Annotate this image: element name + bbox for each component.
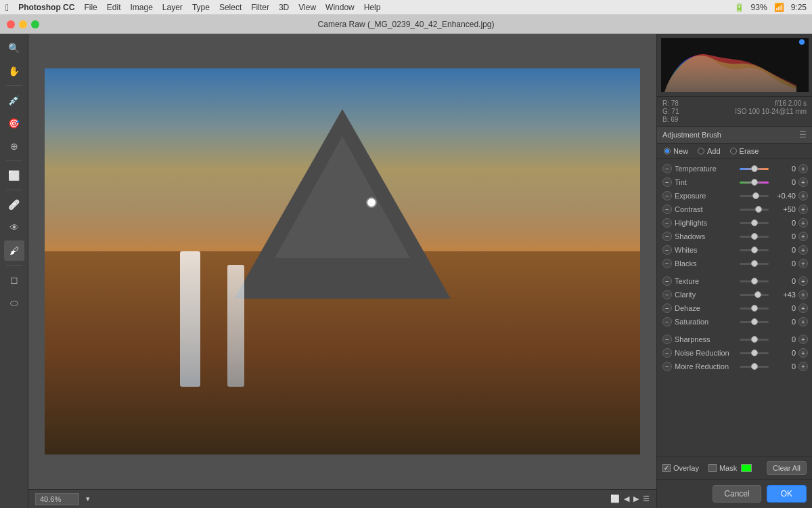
slider-minus-clarity[interactable]: − [662,290,672,299]
minimize-button[interactable] [19,20,27,28]
graduated-filter-tool[interactable]: ◻ [4,270,24,290]
slider-thumb-14[interactable] [751,363,758,370]
slider-plus-tint[interactable]: + [798,177,808,187]
slider-thumb-4[interactable] [751,219,758,226]
crop-tool[interactable]: ⬜ [4,165,24,186]
slider-track-container-14[interactable] [740,362,769,371]
color-sampler-tool[interactable]: 🎯 [4,113,24,133]
slider-thumb-12[interactable] [751,336,758,343]
slider-thumb-9[interactable] [754,291,761,298]
slider-plus-highlights[interactable]: + [798,218,808,228]
zoom-input[interactable] [35,493,79,505]
mask-checkbox[interactable] [708,464,717,472]
settings-icon[interactable]: ☰ [643,494,650,503]
slider-minus-shadows[interactable]: − [662,232,672,241]
clear-all-button[interactable]: Clear All [767,461,807,475]
slider-thumb-11[interactable] [751,318,758,325]
target-adj-tool[interactable]: ⊕ [4,136,24,156]
canvas-container[interactable] [28,34,656,489]
slider-plus-exposure[interactable]: + [798,191,808,200]
slider-track-container-8[interactable] [740,276,769,286]
slider-plus-sharpness[interactable]: + [798,335,808,344]
slider-minus-saturation[interactable]: − [662,317,672,326]
close-button[interactable] [7,20,15,28]
menu-3d[interactable]: 3D [279,3,289,12]
mask-checkbox-label[interactable]: Mask [708,464,737,472]
radio-new[interactable]: New [664,147,688,155]
slider-plus-dehaze[interactable]: + [798,303,808,313]
slider-minus-tint[interactable]: − [662,177,672,187]
menu-select[interactable]: Select [219,3,242,12]
slider-thumb-10[interactable] [751,305,758,312]
menu-help[interactable]: Help [364,3,381,12]
slider-minus-texture[interactable]: − [662,276,672,286]
menu-file[interactable]: File [84,3,97,12]
radial-filter-tool[interactable]: ⬭ [4,293,24,313]
menu-type[interactable]: Type [192,3,210,12]
radio-erase[interactable]: Erase [730,147,759,155]
slider-plus-clarity[interactable]: + [798,290,808,299]
slider-track-container-4[interactable] [740,218,769,228]
slider-track-container-2[interactable] [740,191,769,200]
heal-tool[interactable]: 🩹 [4,194,24,215]
slider-minus-exposure[interactable]: − [662,191,672,200]
adjustment-brush-tool[interactable]: 🖌 [4,240,24,261]
slider-minus-dehaze[interactable]: − [662,303,672,313]
slider-track-container-10[interactable] [740,303,769,313]
slider-minus-whites[interactable]: − [662,245,672,255]
overlay-checkbox-label[interactable]: Overlay [662,464,699,472]
slider-minus-sharpness[interactable]: − [662,335,672,344]
red-eye-tool[interactable]: 👁 [4,217,24,238]
menu-window[interactable]: Window [325,3,355,12]
next-icon[interactable]: ▶ [633,494,639,503]
slider-thumb-1[interactable] [751,179,758,186]
frame-icon[interactable]: ⬜ [610,494,620,503]
slider-thumb-0[interactable] [751,165,758,172]
slider-plus-contrast[interactable]: + [798,205,808,214]
slider-plus-saturation[interactable]: + [798,317,808,326]
slider-track-container-1[interactable] [740,177,769,187]
slider-track-container-5[interactable] [740,232,769,241]
slider-plus-whites[interactable]: + [798,245,808,255]
slider-plus-texture[interactable]: + [798,276,808,286]
slider-plus-moire-reduction[interactable]: + [798,362,808,371]
panel-menu-icon[interactable]: ☰ [799,130,807,140]
slider-track-container-7[interactable] [740,259,769,268]
slider-minus-highlights[interactable]: − [662,218,672,228]
slider-plus-shadows[interactable]: + [798,232,808,241]
slider-track-container-13[interactable] [740,348,769,358]
slider-track-container-11[interactable] [740,317,769,326]
slider-plus-temperature[interactable]: + [798,164,808,173]
slider-thumb-13[interactable] [751,350,758,356]
ok-button[interactable]: OK [767,485,807,503]
menu-view[interactable]: View [298,3,316,12]
hand-tool[interactable]: ✋ [4,61,24,81]
radio-add[interactable]: Add [698,147,721,155]
slider-minus-blacks[interactable]: − [662,259,672,268]
slider-track-container-12[interactable] [740,335,769,344]
menu-filter[interactable]: Filter [251,3,269,12]
maximize-button[interactable] [31,20,39,28]
slider-track-container-9[interactable] [740,290,769,299]
slider-track-container-6[interactable] [740,245,769,255]
zoom-tool[interactable]: 🔍 [4,38,24,58]
menu-edit[interactable]: Edit [107,3,121,12]
slider-thumb-6[interactable] [751,247,758,253]
slider-minus-contrast[interactable]: − [662,205,672,214]
slider-minus-temperature[interactable]: − [662,164,672,173]
menu-image[interactable]: Image [130,3,152,12]
canvas-image[interactable] [45,68,640,454]
slider-track-container-3[interactable] [740,205,769,214]
slider-thumb-2[interactable] [752,192,759,199]
slider-minus-moire-reduction[interactable]: − [662,362,672,371]
slider-plus-blacks[interactable]: + [798,259,808,268]
cancel-button[interactable]: Cancel [713,485,761,503]
slider-thumb-8[interactable] [751,278,758,284]
mask-color-swatch[interactable] [741,464,752,472]
slider-minus-noise-reduction[interactable]: − [662,348,672,358]
slider-thumb-5[interactable] [751,233,758,240]
overlay-checkbox[interactable] [662,464,671,472]
slider-track-container-0[interactable] [740,164,769,173]
slider-thumb-7[interactable] [751,260,758,267]
slider-thumb-3[interactable] [755,206,762,213]
